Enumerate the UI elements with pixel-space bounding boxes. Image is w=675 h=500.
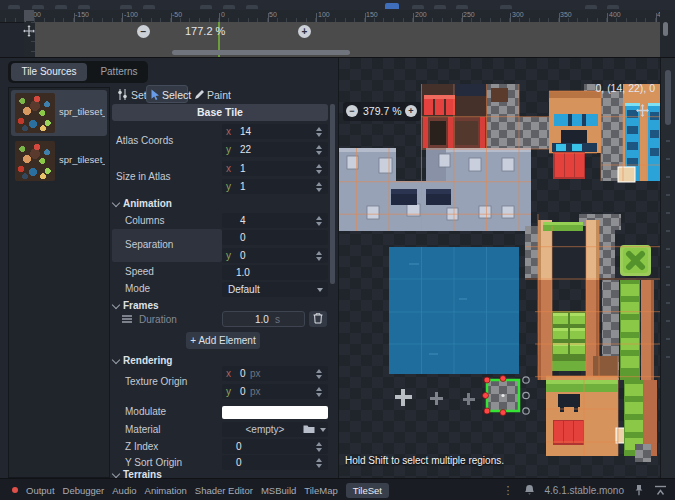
z-index-value[interactable]: 0 xyxy=(236,439,242,454)
active-tool-icon-clipped xyxy=(385,3,399,9)
atlas-coords-y-field[interactable] xyxy=(222,142,328,157)
size-x-value[interactable]: 1 xyxy=(240,161,246,176)
duration-field[interactable]: 1.0 s xyxy=(222,311,305,327)
atlas-coords-x-field[interactable] xyxy=(222,124,328,139)
pin-icon[interactable] xyxy=(634,484,644,496)
y-prefix: y xyxy=(226,179,231,194)
drag-handle-icon[interactable] xyxy=(122,315,132,323)
add-element-button[interactable]: + Add Element xyxy=(186,332,260,349)
tab-patterns[interactable]: Patterns xyxy=(94,63,144,81)
pan-crosshair-icon[interactable] xyxy=(23,25,35,37)
spinner-atlas-x[interactable] xyxy=(316,127,322,137)
separation-y-value[interactable]: 0 xyxy=(240,248,246,263)
separation-x-field[interactable] xyxy=(222,230,328,245)
atlas-vertical-scrollbar[interactable] xyxy=(660,58,675,478)
size-y-value[interactable]: 1 xyxy=(240,179,246,194)
panel-tab-msbuild[interactable]: MSBuild xyxy=(261,485,296,496)
spinner-texture-origin-y[interactable] xyxy=(316,387,322,397)
rendering-section[interactable]: Rendering xyxy=(123,354,172,368)
viewport-vertical-scrollbar[interactable] xyxy=(660,10,675,57)
collapse-terrains-icon[interactable] xyxy=(112,470,120,478)
select-button[interactable]: Select xyxy=(146,85,188,103)
inspector-scrollbar[interactable] xyxy=(330,104,335,284)
spinner-separation-y[interactable] xyxy=(316,251,322,261)
frames-section[interactable]: Frames xyxy=(123,299,159,313)
collapse-rendering-icon[interactable] xyxy=(112,356,120,364)
size-x-field[interactable] xyxy=(222,161,328,176)
ruler-label: -50 xyxy=(172,10,182,19)
atlas-zoom-widget: − 379.7 % + xyxy=(343,102,421,121)
panel-tab-audio[interactable]: Audio xyxy=(112,485,136,496)
columns-field[interactable] xyxy=(222,213,328,228)
y-sort-origin-value[interactable]: 0 xyxy=(236,455,242,470)
texture-origin-y-value[interactable]: 0 xyxy=(240,384,246,399)
texture-origin-label: Texture Origin xyxy=(125,375,187,389)
panel-tab-shader-editor[interactable]: Shader Editor xyxy=(195,485,253,496)
speed-value[interactable]: 1.0 xyxy=(236,265,250,280)
tile-source-item[interactable]: spr_tileset_... xyxy=(11,138,107,184)
viewport-zoom-out-button[interactable]: − xyxy=(137,25,150,38)
notification-bell-icon[interactable] xyxy=(524,484,535,496)
panel-tab-animation[interactable]: Animation xyxy=(145,485,187,496)
texture-origin-y-field[interactable] xyxy=(222,384,328,399)
expand-bottom-panel-icon[interactable] xyxy=(654,485,667,496)
size-y-field[interactable] xyxy=(222,179,328,194)
z-index-label: Z Index xyxy=(125,440,158,454)
texture-origin-x-field[interactable] xyxy=(222,366,328,381)
chevron-down-icon xyxy=(317,288,323,292)
separation-y-field[interactable] xyxy=(222,248,328,263)
2d-viewport[interactable]: − 177.2 % + xyxy=(35,22,660,57)
atlas-pan-crosshair-icon[interactable] xyxy=(636,104,649,117)
collapse-frames-icon[interactable] xyxy=(112,301,120,309)
px-suffix: px xyxy=(250,366,261,381)
tile-source-item-selected[interactable]: spr_tileset_... xyxy=(11,90,107,136)
duration-value[interactable]: 1.0 xyxy=(255,312,269,327)
resource-load-icon[interactable] xyxy=(303,424,315,434)
spinner-atlas-y[interactable] xyxy=(316,145,322,155)
spinner-size-y[interactable] xyxy=(316,182,322,192)
atlas-hint-text: Hold Shift to select multiple regions. xyxy=(345,455,504,466)
atlas-zoom-in-button[interactable]: + xyxy=(405,105,417,117)
animation-section[interactable]: Animation xyxy=(123,197,172,211)
bottom-statusbar: Output Debugger Audio Animation Shader E… xyxy=(0,478,675,500)
panel-tab-tilemap[interactable]: TileMap xyxy=(304,485,337,496)
atlas-zoom-label[interactable]: 379.7 % xyxy=(363,105,402,117)
x-prefix: x xyxy=(226,161,231,176)
separation-x-value[interactable]: 0 xyxy=(240,230,246,245)
delete-frame-button[interactable] xyxy=(309,311,327,327)
viewport-horizontal-scrollbar[interactable] xyxy=(172,50,350,55)
separation-label: Separation xyxy=(125,238,173,252)
paint-pencil-icon xyxy=(194,89,205,100)
paint-button[interactable]: Paint xyxy=(207,87,231,103)
panel-tab-debugger[interactable]: Debugger xyxy=(63,485,105,496)
select-cursor-icon xyxy=(151,89,160,100)
ruler-label: 350 xyxy=(560,10,572,19)
chevron-down-icon[interactable] xyxy=(320,428,326,432)
base-tile-header: Base Tile xyxy=(112,104,328,121)
spinner-columns[interactable] xyxy=(316,216,322,226)
tab-tile-sources[interactable]: Tile Sources xyxy=(11,63,87,81)
panel-tab-tileset-active[interactable]: TileSet xyxy=(346,483,389,498)
collapse-animation-icon[interactable] xyxy=(112,199,120,207)
duration-suffix: s xyxy=(275,312,280,327)
atlas-coords-y-value[interactable]: 22 xyxy=(240,142,251,157)
material-value[interactable]: <empty> xyxy=(234,422,296,437)
atlas-coords-x-value[interactable]: 14 xyxy=(240,124,251,139)
ruler-label: 150 xyxy=(366,10,378,19)
version-label[interactable]: 4.6.1.stable.mono xyxy=(545,485,625,496)
tile-atlas-canvas[interactable] xyxy=(339,58,661,478)
atlas-zoom-out-button[interactable]: − xyxy=(346,105,358,117)
texture-origin-x-value[interactable]: 0 xyxy=(240,366,246,381)
spinner-texture-origin-x[interactable] xyxy=(316,369,322,379)
viewport-zoom-label[interactable]: 177.2 % xyxy=(185,25,225,37)
spinner-size-x[interactable] xyxy=(316,164,322,174)
statusbar-menu-icon[interactable]: ⋮ xyxy=(503,484,514,497)
spinner-y-sort[interactable] xyxy=(316,458,322,468)
viewport-zoom-in-button[interactable]: + xyxy=(298,25,311,38)
panel-tab-output[interactable]: Output xyxy=(26,485,55,496)
spinner-z-index[interactable] xyxy=(316,442,322,452)
modulate-color-swatch[interactable] xyxy=(222,406,328,419)
tileset-thumbnail xyxy=(15,141,55,181)
columns-value[interactable]: 4 xyxy=(240,213,246,228)
tile-source-label: spr_tileset_... xyxy=(59,154,105,165)
